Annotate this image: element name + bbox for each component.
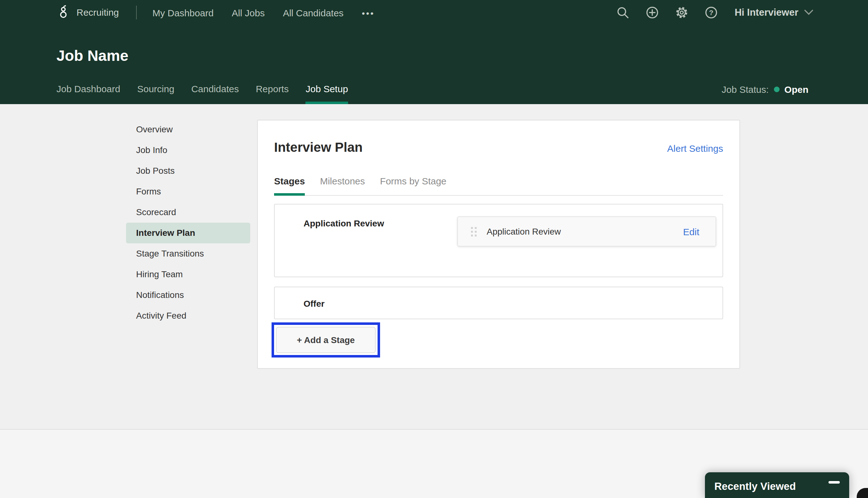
gear-icon[interactable] <box>675 6 689 19</box>
sidebar-item-activity-feed[interactable]: Activity Feed <box>126 305 250 326</box>
sidebar-item-overview[interactable]: Overview <box>126 119 250 140</box>
tab-job-dashboard[interactable]: Job Dashboard <box>56 83 120 104</box>
job-tabs: Job Dashboard Sourcing Candidates Report… <box>56 83 348 104</box>
recently-viewed-panel[interactable]: Recently Viewed <box>705 472 849 498</box>
tab-forms-by-stage[interactable]: Forms by Stage <box>380 175 447 195</box>
interview-row: Application Review Edit <box>457 217 716 247</box>
minimize-icon[interactable] <box>828 481 840 483</box>
top-nav-links: My Dashboard All Jobs All Candidates ••• <box>153 8 375 18</box>
top-nav-actions: ? Hi Interviewer <box>616 6 813 19</box>
plan-tabs: Stages Milestones Forms by Stage <box>274 175 723 196</box>
sidebar-item-stage-transitions[interactable]: Stage Transitions <box>126 243 250 264</box>
tab-job-setup[interactable]: Job Setup <box>306 83 348 104</box>
sidebar-item-notifications[interactable]: Notifications <box>126 285 250 305</box>
user-name: Hi Interviewer <box>735 7 798 18</box>
interview-name: Application Review <box>487 226 561 236</box>
tab-candidates[interactable]: Candidates <box>191 83 239 104</box>
nav-more-button[interactable]: ••• <box>362 8 375 18</box>
tab-stages[interactable]: Stages <box>274 175 305 195</box>
stage-card-offer: Offer <box>274 287 723 319</box>
card-title: Interview Plan <box>274 139 363 156</box>
nav-item-all-candidates[interactable]: All Candidates <box>283 8 343 18</box>
interview-plan-card: Interview Plan Alert Settings Stages Mil… <box>257 120 740 369</box>
chevron-down-icon <box>804 10 813 16</box>
job-status-dot <box>774 86 779 92</box>
brand-label: Recruiting <box>77 6 119 17</box>
app-viewport: Recruiting My Dashboard All Jobs All Can… <box>0 0 868 498</box>
sidebar-item-scorecard[interactable]: Scorecard <box>126 202 250 223</box>
annotation-highlight-box: + Add a Stage <box>272 323 380 357</box>
greenhouse-logo-icon <box>56 5 70 19</box>
job-setup-sidebar: Overview Job Info Job Posts Forms Scorec… <box>126 119 250 326</box>
job-status-label: Job Status: <box>722 84 768 94</box>
sidebar-item-forms[interactable]: Forms <box>126 181 250 202</box>
job-status-value: Open <box>784 84 808 94</box>
stage-name: Application Review <box>304 218 384 229</box>
tab-reports[interactable]: Reports <box>256 83 289 104</box>
nav-item-my-dashboard[interactable]: My Dashboard <box>153 8 213 18</box>
app-header: Recruiting My Dashboard All Jobs All Can… <box>0 0 868 104</box>
stage-card-application-review: Application Review Application Review Ed… <box>274 204 723 277</box>
nav-divider <box>136 6 137 19</box>
create-plus-icon[interactable] <box>646 6 659 19</box>
tab-sourcing[interactable]: Sourcing <box>137 83 174 104</box>
sidebar-item-interview-plan[interactable]: Interview Plan <box>126 223 250 243</box>
sidebar-item-job-info[interactable]: Job Info <box>126 140 250 160</box>
card-header: Interview Plan Alert Settings <box>258 120 739 156</box>
sidebar-item-job-posts[interactable]: Job Posts <box>126 160 250 181</box>
job-status: Job Status: Open <box>722 83 808 95</box>
brand[interactable]: Recruiting <box>56 5 119 19</box>
alert-settings-link[interactable]: Alert Settings <box>667 143 723 154</box>
recently-viewed-title: Recently Viewed <box>714 480 796 492</box>
add-stage-button[interactable]: + Add a Stage <box>276 327 376 353</box>
stage-name: Offer <box>304 298 325 309</box>
search-icon[interactable] <box>616 6 630 19</box>
tab-milestones[interactable]: Milestones <box>320 175 365 195</box>
nav-item-all-jobs[interactable]: All Jobs <box>232 8 265 18</box>
help-icon[interactable]: ? <box>705 6 719 19</box>
edit-interview-link[interactable]: Edit <box>683 226 715 237</box>
page-title: Job Name <box>56 48 128 64</box>
sidebar-item-hiring-team[interactable]: Hiring Team <box>126 264 250 285</box>
user-menu[interactable]: Hi Interviewer <box>735 7 813 18</box>
drag-handle-icon[interactable] <box>471 227 477 236</box>
svg-text:?: ? <box>709 9 714 17</box>
